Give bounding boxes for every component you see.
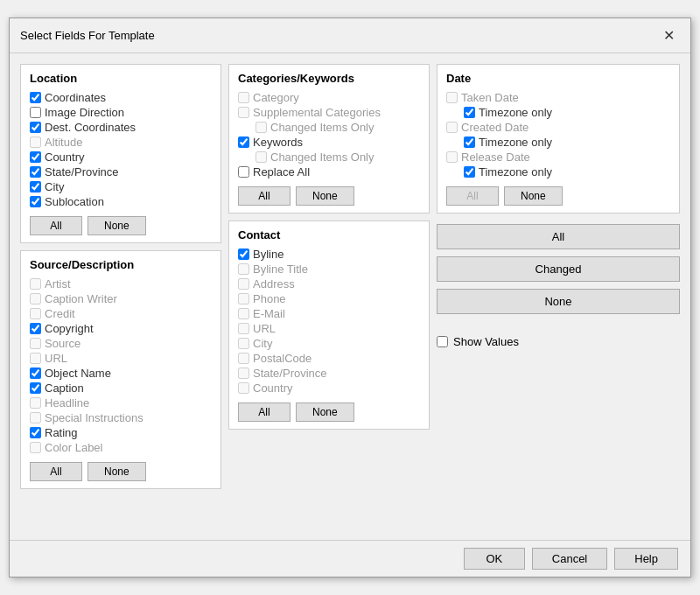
location-fields-label-2[interactable]: Dest. Coordinates — [45, 121, 136, 134]
source-fields-checkbox-5[interactable] — [30, 353, 41, 364]
source-fields-checkbox-2[interactable] — [30, 308, 41, 319]
location-fields-checkbox-1[interactable] — [30, 107, 41, 118]
contact-fields-checkbox-7[interactable] — [238, 353, 249, 364]
location-fields: CoordinatesImage DirectionDest. Coordina… — [30, 90, 212, 209]
location-fields-checkbox-6[interactable] — [30, 181, 41, 192]
source-fields-checkbox-0[interactable] — [30, 278, 41, 290]
source-fields-checkbox-6[interactable] — [30, 368, 41, 379]
list-item: Byline — [238, 247, 420, 262]
location-fields-label-0[interactable]: Coordinates — [45, 91, 106, 104]
categories-fields-checkbox-0[interactable] — [238, 92, 249, 103]
source-fields-label-8: Headline — [45, 396, 89, 410]
contact-fields-checkbox-9[interactable] — [238, 382, 249, 394]
source-none-button[interactable]: None — [88, 462, 146, 481]
categories-all-button[interactable]: All — [238, 186, 290, 206]
list-item: Taken Date — [446, 90, 670, 105]
location-fields-checkbox-0[interactable] — [30, 92, 41, 103]
source-fields-checkbox-3[interactable] — [30, 323, 41, 334]
categories-fields-checkbox-2[interactable] — [256, 122, 267, 133]
categories-fields-label-4: Changed Items Only — [270, 150, 374, 164]
location-fields-label-7[interactable]: Sublocation — [45, 195, 104, 208]
location-fields-checkbox-5[interactable] — [30, 166, 41, 178]
source-fields-checkbox-8[interactable] — [30, 397, 41, 409]
list-item: Altitude — [30, 135, 212, 150]
ok-button[interactable]: OK — [464, 548, 525, 570]
categories-fields-label-3[interactable]: Keywords — [253, 136, 303, 149]
date-fields-checkbox-4[interactable] — [446, 151, 458, 163]
location-none-button[interactable]: None — [88, 216, 146, 235]
source-fields-checkbox-1[interactable] — [30, 293, 41, 304]
contact-fields-label-5: URL — [253, 322, 276, 335]
categories-fields-checkbox-5[interactable] — [238, 166, 249, 178]
categories-fields-checkbox-3[interactable] — [238, 136, 249, 148]
source-fields-label-6[interactable]: Object Name — [45, 367, 111, 380]
categories-fields-checkbox-1[interactable] — [238, 107, 249, 118]
date-fields-checkbox-0[interactable] — [446, 92, 458, 103]
cancel-button[interactable]: Cancel — [532, 548, 607, 570]
date-none-button[interactable]: None — [504, 186, 563, 206]
date-all-button[interactable]: All — [446, 186, 499, 206]
location-fields-checkbox-7[interactable] — [30, 196, 41, 207]
source-fields-checkbox-7[interactable] — [30, 382, 41, 394]
list-item: Country — [30, 150, 212, 164]
show-values-label[interactable]: Show Values — [453, 335, 519, 348]
list-item: Artist — [30, 276, 212, 291]
date-fields-checkbox-5[interactable] — [464, 166, 475, 178]
global-changed-button[interactable]: Changed — [437, 256, 680, 282]
close-button[interactable]: ✕ — [658, 25, 680, 46]
categories-fields-label-2: Changed Items Only — [270, 121, 374, 134]
source-all-button[interactable]: All — [30, 462, 82, 481]
source-fields-checkbox-11[interactable] — [30, 442, 41, 453]
contact-fields-label-0[interactable]: Byline — [253, 248, 284, 261]
list-item: Sublocation — [30, 194, 212, 209]
categories-fields-label-5[interactable]: Replace All — [253, 165, 310, 178]
source-fields-label-3[interactable]: Copyright — [45, 322, 94, 335]
source-fields-checkbox-4[interactable] — [30, 338, 41, 349]
location-fields-label-4[interactable]: Country — [45, 150, 85, 164]
date-panel: Date Taken DateTimezone onlyCreated Date… — [437, 64, 680, 214]
list-item: Country — [238, 381, 420, 396]
contact-fields-label-7: PostalCode — [253, 352, 312, 365]
list-item: Object Name — [30, 366, 212, 381]
global-all-button[interactable]: All — [437, 224, 680, 249]
source-fields-label-0: Artist — [45, 277, 71, 290]
date-fields-label-1[interactable]: Timezone only — [479, 106, 552, 119]
categories-fields-checkbox-4[interactable] — [256, 151, 267, 163]
location-fields-label-5[interactable]: State/Province — [45, 165, 119, 178]
help-button[interactable]: Help — [614, 548, 678, 570]
date-fields-checkbox-3[interactable] — [464, 136, 475, 148]
contact-fields-checkbox-3[interactable] — [238, 293, 249, 304]
source-fields-checkbox-10[interactable] — [30, 427, 41, 438]
show-values-checkbox[interactable] — [437, 336, 448, 347]
contact-fields-checkbox-1[interactable] — [238, 263, 249, 275]
mid-column: Categories/Keywords CategorySupplemental… — [228, 64, 430, 529]
list-item: Dest. Coordinates — [30, 120, 212, 135]
source-fields-checkbox-9[interactable] — [30, 412, 41, 424]
categories-none-button[interactable]: None — [296, 186, 354, 206]
contact-fields-checkbox-6[interactable] — [238, 338, 249, 349]
location-fields-label-6[interactable]: City — [45, 180, 64, 193]
source-fields-label-7[interactable]: Caption — [45, 382, 84, 395]
list-item: City — [238, 336, 420, 351]
date-fields-checkbox-1[interactable] — [464, 107, 475, 118]
contact-fields-checkbox-0[interactable] — [238, 248, 249, 260]
contact-fields-checkbox-8[interactable] — [238, 368, 249, 379]
contact-none-button[interactable]: None — [296, 402, 354, 422]
dialog-title: Select Fields For Template — [20, 29, 155, 42]
date-fields-label-5[interactable]: Timezone only — [479, 165, 552, 178]
list-item: Image Direction — [30, 105, 212, 120]
contact-fields-checkbox-4[interactable] — [238, 308, 249, 319]
source-fields-label-10[interactable]: Rating — [45, 426, 78, 439]
contact-fields-checkbox-5[interactable] — [238, 323, 249, 334]
location-all-button[interactable]: All — [30, 216, 82, 235]
date-fields-checkbox-2[interactable] — [446, 122, 458, 133]
date-fields-label-3[interactable]: Timezone only — [479, 136, 552, 149]
contact-fields-checkbox-2[interactable] — [238, 278, 249, 290]
date-title: Date — [446, 72, 670, 85]
location-fields-label-1[interactable]: Image Direction — [45, 106, 124, 119]
location-fields-checkbox-4[interactable] — [30, 151, 41, 163]
global-none-button[interactable]: None — [437, 289, 680, 314]
location-fields-checkbox-2[interactable] — [30, 122, 41, 133]
contact-all-button[interactable]: All — [238, 402, 290, 422]
location-fields-checkbox-3[interactable] — [30, 136, 41, 148]
